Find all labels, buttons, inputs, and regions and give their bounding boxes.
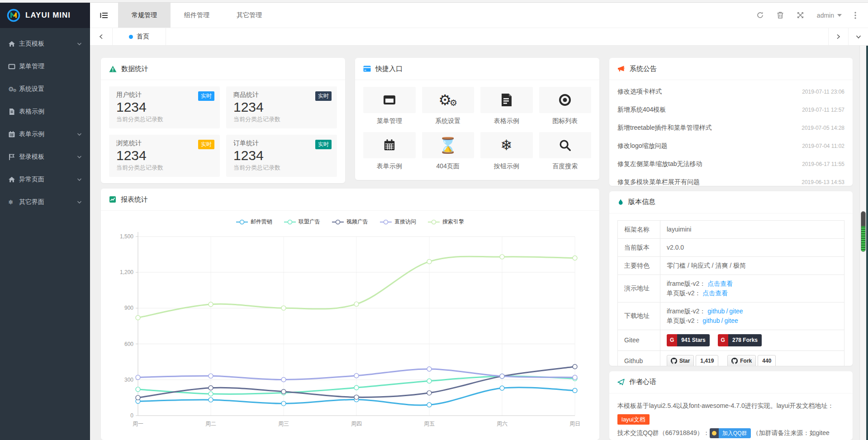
github-star-button[interactable]: Star bbox=[667, 355, 694, 366]
table-row: Github Star 1,419 bbox=[618, 350, 844, 366]
sidebar-item-other-ui[interactable]: ❄ 其它界面 bbox=[0, 191, 90, 213]
main-column: 常规管理 组件管理 其它管理 admin bbox=[90, 3, 868, 440]
announcement-row[interactable]: 新增系统404模板 2019-07-11 12:57 bbox=[617, 101, 844, 119]
download-link-github[interactable]: github bbox=[707, 308, 725, 315]
user-menu[interactable]: admin bbox=[817, 12, 842, 19]
quick-item-baidu-search[interactable]: 百度搜索 bbox=[539, 132, 592, 170]
announcement-row[interactable]: 修改选项卡样式 2019-07-11 23:06 bbox=[617, 83, 844, 101]
svg-text:周二: 周二 bbox=[205, 421, 216, 427]
table-row: 演示地址 iframe版-v2： 点击查看 单页版-v2： 点击查看 bbox=[618, 274, 844, 302]
legend-item[interactable]: 联盟广告 bbox=[284, 218, 320, 226]
sidebar-item-error-pages[interactable]: 异常页面 bbox=[0, 168, 90, 191]
panel-title: 版本信息 bbox=[628, 198, 655, 206]
page-scrollbar[interactable] bbox=[859, 46, 866, 440]
github-star-widget: Star 1,419 bbox=[667, 355, 718, 366]
content-left-column: 数据统计 用户统计 1234 当前分类总记录数 实时 商品统计 1 bbox=[101, 58, 599, 440]
header-tab-other[interactable]: 其它管理 bbox=[223, 3, 275, 28]
credit-card-icon bbox=[363, 66, 371, 72]
home-icon bbox=[8, 176, 19, 183]
panel-header: 报表统计 bbox=[101, 189, 599, 211]
sidebar-item-form-example[interactable]: 表单示例 bbox=[0, 123, 90, 146]
stat-card-users[interactable]: 用户统计 1234 当前分类总记录数 实时 bbox=[109, 86, 220, 128]
quick-item-404[interactable]: ⌛ 404页面 bbox=[422, 132, 474, 170]
gitee-forks-badge[interactable]: G278 Forks bbox=[718, 334, 762, 346]
announcement-row[interactable]: 新增treetable插件和菜单管理样式 2019-07-05 14:28 bbox=[617, 119, 844, 137]
quick-item-table[interactable]: 表格示例 bbox=[480, 87, 533, 125]
join-qq-group-badge[interactable]: 加入QQ群 bbox=[710, 428, 751, 438]
legend-line-marker bbox=[236, 219, 248, 225]
quick-item-menu[interactable]: 菜单管理 bbox=[363, 87, 416, 125]
brand-title: LAYUI MINI bbox=[25, 11, 71, 20]
refresh-icon[interactable] bbox=[756, 11, 764, 19]
panel-title: 数据统计 bbox=[121, 65, 148, 73]
snowflake-icon: ❄ bbox=[8, 199, 19, 206]
announcement-row[interactable]: 修复左侧菜单缩放tab无法移动 2019-06-17 11:55 bbox=[617, 155, 844, 173]
announcement-row[interactable]: 修复多模块菜单栏展开有问题 2019-06-13 14:53 bbox=[617, 173, 844, 186]
demo-link-iframe[interactable]: 点击查看 bbox=[707, 280, 733, 287]
panel-header: 快捷入口 bbox=[355, 58, 599, 80]
file-icon bbox=[8, 108, 19, 115]
stat-card-goods[interactable]: 商品统计 1234 当前分类总记录数 实时 bbox=[226, 86, 337, 128]
table-row: 当前版本 v2.0.0 bbox=[618, 238, 844, 256]
download-link-gitee[interactable]: gitee bbox=[724, 317, 738, 324]
header-toolbar: admin bbox=[756, 3, 868, 28]
legend-item[interactable]: 邮件营销 bbox=[236, 218, 272, 226]
legend-item[interactable]: 搜索引擎 bbox=[428, 218, 464, 226]
table-row: 框架名称 layuimini bbox=[618, 220, 844, 238]
gitee-stars-badge[interactable]: G941 Stars bbox=[667, 334, 710, 346]
sidebar-toggle-icon[interactable] bbox=[90, 3, 118, 28]
sidebar-item-home-template[interactable]: 主页模板 bbox=[0, 33, 90, 55]
svg-text:周五: 周五 bbox=[424, 421, 435, 427]
tabs-scroll-right-icon[interactable] bbox=[828, 28, 848, 45]
github-logo-icon bbox=[731, 358, 738, 364]
quick-item-settings[interactable]: ⚙⚙ 系统设置 bbox=[422, 87, 474, 125]
brand-logo[interactable]: LAYUI MINI bbox=[0, 3, 90, 28]
header-tab-components[interactable]: 组件管理 bbox=[171, 3, 223, 28]
download-link-gitee[interactable]: gitee bbox=[729, 308, 743, 315]
quick-item-form[interactable]: 表单示例 bbox=[363, 132, 416, 170]
tabs-scroll-left-icon[interactable] bbox=[90, 28, 113, 45]
panel-header: 数据统计 bbox=[101, 58, 345, 80]
layui-doc-badge[interactable]: layui文档 bbox=[617, 414, 650, 425]
sidebar-item-system-settings[interactable]: ⚙⚙ 系统设置 bbox=[0, 78, 90, 100]
demo-link-onepage[interactable]: 点击查看 bbox=[702, 289, 728, 297]
file-icon bbox=[480, 87, 533, 113]
quick-item-buttons[interactable]: ❄ 按钮示例 bbox=[480, 132, 533, 170]
header-tab-general[interactable]: 常规管理 bbox=[118, 3, 171, 28]
svg-text:周三: 周三 bbox=[278, 421, 289, 427]
stat-card-orders[interactable]: 订单统计 1234 当前分类总记录数 实时 bbox=[226, 135, 337, 177]
more-vertical-icon[interactable] bbox=[854, 12, 856, 19]
svg-text:900: 900 bbox=[124, 305, 133, 311]
github-star-count[interactable]: 1,419 bbox=[696, 355, 718, 366]
sidebar-menu: 主页模板 菜单管理 ⚙⚙ 系统设置 表格示例 表单示例 bbox=[0, 28, 90, 213]
sidebar-item-login-template[interactable]: 登录模板 bbox=[0, 146, 90, 168]
tab-home[interactable]: 首页 bbox=[113, 28, 166, 45]
scrollbar-thumb[interactable] bbox=[861, 211, 866, 252]
download-link-github[interactable]: github bbox=[702, 317, 720, 324]
legend-item[interactable]: 直接访问 bbox=[380, 218, 416, 226]
sidebar-item-table-example[interactable]: 表格示例 bbox=[0, 100, 90, 123]
legend-line-marker bbox=[380, 219, 392, 225]
top-header: 常规管理 组件管理 其它管理 admin bbox=[90, 3, 868, 28]
megaphone-icon bbox=[617, 65, 625, 72]
table-row: 主要特色 零门槛 / 响应式 / 清爽 / 极简 bbox=[618, 256, 844, 274]
panel-quick-entry: 快捷入口 菜单管理 ⚙⚙ 系统设置 bbox=[355, 58, 599, 180]
panel-title: 系统公告 bbox=[630, 65, 657, 73]
legend-item[interactable]: 视频广告 bbox=[332, 218, 368, 226]
svg-text:周四: 周四 bbox=[351, 421, 362, 427]
clear-cache-icon[interactable] bbox=[777, 11, 784, 19]
sidebar-item-menu-management[interactable]: 菜单管理 bbox=[0, 55, 90, 78]
github-fork-count[interactable]: 440 bbox=[758, 355, 776, 366]
github-fork-button[interactable]: Fork bbox=[727, 355, 756, 366]
quick-item-icons[interactable]: 图标列表 bbox=[539, 87, 592, 125]
svg-text:1,500: 1,500 bbox=[120, 233, 133, 240]
announcement-row[interactable]: 修改logo缩放问题 2019-07-04 11:02 bbox=[617, 137, 844, 155]
window-icon bbox=[363, 87, 416, 113]
chevron-down-icon bbox=[77, 132, 82, 136]
tabbar-spacer bbox=[166, 28, 828, 45]
fullscreen-icon[interactable] bbox=[797, 11, 804, 19]
circle-dot-icon bbox=[539, 87, 592, 113]
tabs-dropdown-icon[interactable] bbox=[848, 28, 868, 45]
qq-icon bbox=[710, 428, 719, 438]
stat-card-views[interactable]: 浏览统计 1234 当前分类总记录数 实时 bbox=[109, 135, 220, 177]
